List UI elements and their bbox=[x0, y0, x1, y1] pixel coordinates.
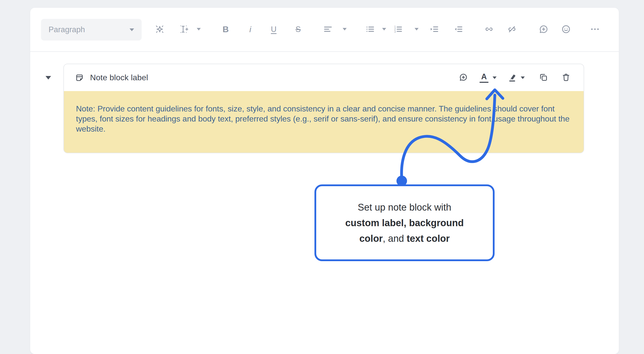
bullet-list-button[interactable] bbox=[365, 24, 376, 35]
align-dropdown[interactable] bbox=[339, 24, 350, 35]
emoji-button[interactable] bbox=[560, 24, 572, 35]
trash-icon bbox=[561, 72, 571, 83]
chevron-down-icon bbox=[382, 28, 386, 30]
paragraph-style-dropdown[interactable]: Paragraph bbox=[41, 19, 142, 41]
outdent-icon bbox=[453, 24, 464, 34]
sticky-note-icon bbox=[75, 73, 84, 82]
duplicate-block-button[interactable] bbox=[538, 72, 548, 83]
callout-line: color, and text color bbox=[359, 231, 450, 246]
outdent-button[interactable] bbox=[453, 24, 464, 35]
chevron-down-icon bbox=[343, 28, 347, 30]
insert-text-dropdown[interactable] bbox=[193, 24, 204, 35]
insert-text-button[interactable] bbox=[179, 24, 190, 35]
editor-card bbox=[30, 8, 619, 354]
italic-icon: i bbox=[249, 25, 251, 33]
note-content[interactable]: Note: Provide content guidelines for fon… bbox=[64, 91, 584, 153]
chevron-down-icon bbox=[493, 76, 497, 79]
strikethrough-icon: S bbox=[296, 25, 301, 33]
link-icon bbox=[484, 24, 494, 34]
italic-button[interactable]: i bbox=[245, 24, 256, 35]
chevron-down-icon bbox=[415, 28, 419, 30]
background-color-dropdown[interactable] bbox=[521, 72, 525, 83]
callout-line: custom label, background bbox=[345, 215, 464, 231]
smiley-icon bbox=[560, 24, 572, 35]
indent-icon bbox=[429, 24, 439, 34]
chevron-down-icon bbox=[130, 28, 134, 31]
unlink-icon bbox=[507, 24, 517, 34]
copy-icon bbox=[538, 72, 548, 83]
underline-button[interactable]: U bbox=[268, 24, 279, 35]
indent-button[interactable] bbox=[429, 24, 440, 35]
bold-icon: B bbox=[223, 25, 229, 33]
note-block-label[interactable]: Note block label bbox=[90, 73, 148, 82]
align-left-icon bbox=[323, 24, 333, 34]
numbered-list-button[interactable]: 1 2 3 bbox=[392, 24, 404, 35]
underline-icon: U bbox=[271, 25, 276, 33]
highlighter-icon bbox=[507, 72, 517, 83]
strikethrough-button[interactable]: S bbox=[293, 24, 304, 35]
text-cursor-plus-icon bbox=[179, 24, 189, 34]
numbered-list-icon: 1 2 3 bbox=[393, 24, 403, 34]
chevron-down-icon bbox=[197, 28, 201, 30]
more-options-button[interactable] bbox=[589, 24, 600, 35]
note-comment-add-button[interactable] bbox=[458, 72, 468, 83]
bold-button[interactable]: B bbox=[220, 24, 231, 35]
chevron-down-icon bbox=[521, 76, 525, 79]
ai-sparkle-icon bbox=[154, 24, 165, 34]
comment-add-button[interactable] bbox=[538, 24, 549, 35]
paragraph-style-label: Paragraph bbox=[49, 25, 85, 34]
text-color-dropdown[interactable] bbox=[493, 72, 497, 83]
align-button[interactable] bbox=[323, 24, 334, 35]
numbered-list-dropdown[interactable] bbox=[411, 24, 422, 35]
collapse-block-caret[interactable] bbox=[46, 76, 51, 80]
background-color-button[interactable] bbox=[507, 72, 517, 83]
unlink-button[interactable] bbox=[506, 24, 517, 35]
ellipsis-icon bbox=[589, 24, 600, 35]
comment-plus-icon bbox=[538, 24, 549, 35]
callout-line: Set up note block with bbox=[358, 200, 451, 215]
text-color-icon: A bbox=[479, 73, 489, 83]
formatting-toolbar: Paragraph B i U S bbox=[30, 8, 619, 52]
ai-assist-button[interactable] bbox=[154, 24, 165, 35]
bullet-list-dropdown[interactable] bbox=[379, 24, 390, 35]
bullet-list-icon bbox=[365, 24, 375, 34]
comment-plus-icon bbox=[458, 72, 468, 83]
annotation-callout: Set up note block withcustom label, back… bbox=[314, 184, 495, 261]
note-title: Note block label bbox=[75, 73, 148, 82]
note-block-header: Note block label A bbox=[64, 64, 584, 91]
note-block: Note block label A bbox=[63, 64, 584, 153]
svg-text:3: 3 bbox=[394, 30, 396, 33]
text-color-button[interactable]: A bbox=[479, 72, 489, 83]
link-button[interactable] bbox=[484, 24, 495, 35]
note-block-actions: A bbox=[458, 72, 571, 83]
editor-page: Paragraph B i U S bbox=[0, 0, 644, 354]
delete-block-button[interactable] bbox=[561, 72, 571, 83]
